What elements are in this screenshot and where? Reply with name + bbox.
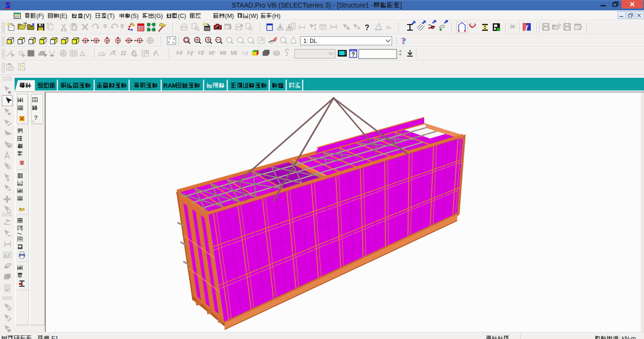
svg-text:F1: F1 — [50, 335, 59, 339]
svg-text:(W): (W) — [249, 13, 258, 19]
svg-text:(F): (F) — [36, 13, 44, 19]
svg-text:M: M — [209, 50, 213, 56]
svg-text:,: , — [32, 335, 35, 339]
svg-text:?: ? — [402, 36, 407, 46]
svg-text:(T): (T) — [107, 13, 115, 19]
svg-text:(G): (G) — [154, 13, 163, 19]
svg-text:(C): (C) — [178, 13, 186, 19]
svg-text:(H): (H) — [272, 13, 280, 19]
svg-text:?: ? — [365, 24, 369, 32]
svg-text:(S): (S) — [131, 13, 139, 19]
svg-text:STAAD.Pro V8i (SELECTseries 3): STAAD.Pro V8i (SELECTseries 3) - [Struct… — [232, 1, 375, 9]
svg-text:/: / — [16, 233, 23, 235]
svg-text:(E): (E) — [59, 13, 67, 19]
svg-text:?: ? — [34, 114, 38, 121]
svg-text:: kN-m: : kN-m — [619, 335, 636, 339]
svg-text:]: ] — [400, 1, 402, 9]
svg-text:1: DL: 1: DL — [303, 38, 317, 44]
svg-text:(V): (V) — [84, 13, 92, 19]
svg-text:AF: AF — [4, 253, 11, 258]
svg-text:?: ? — [351, 51, 355, 58]
svg-text:(M): (M) — [225, 13, 234, 19]
